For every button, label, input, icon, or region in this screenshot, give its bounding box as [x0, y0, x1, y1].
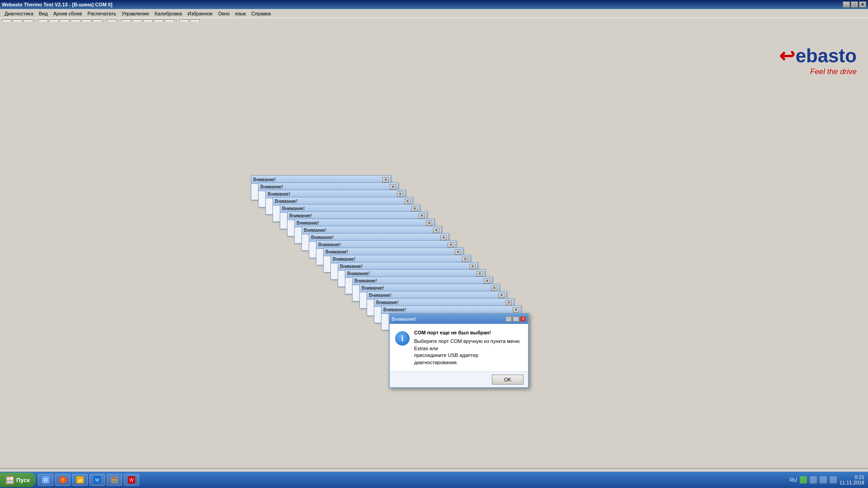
dialog-17-close[interactable]: ✕ — [498, 293, 505, 298]
dialog-3-close[interactable]: ✕ — [397, 192, 403, 197]
menu-favorites[interactable]: Избранное — [185, 10, 216, 17]
dialog-18-close[interactable]: ✕ — [505, 300, 512, 305]
menu-print[interactable]: Распечатать — [85, 10, 118, 17]
start-button[interactable]: 🪟 Пуск — [0, 473, 35, 487]
dialog-12-close[interactable]: ✕ — [462, 257, 468, 262]
taskbar-icon-windows: W — [42, 476, 49, 483]
dialog-2-title: Внимание! — [260, 184, 283, 189]
dialog-5-close[interactable]: ✕ — [411, 206, 418, 211]
taskbar-icon-yandex: Y — [59, 476, 66, 483]
taskbar-icon-word: W — [94, 476, 101, 483]
dialog-8-title: Внимание! — [304, 228, 326, 233]
dialog-18-title: Внимание! — [376, 300, 399, 305]
taskbar-system-tray: RU 0:21 11.11.2018 — [786, 474, 868, 485]
tray-icon-volume — [820, 476, 827, 483]
webasto-brand-text: ↩ ebasto — [779, 47, 857, 66]
dialog-7-title: Внимание! — [297, 221, 319, 225]
main-dialog-footer: OK — [390, 371, 528, 387]
dialog-13-close[interactable]: ✕ — [469, 264, 476, 269]
taskbar-app-webasto[interactable]: W — [124, 474, 139, 486]
dialog-19-title: Внимание! — [383, 307, 406, 312]
main-content: ↩ ebasto Feel the drive Внимание! ✕ Вним… — [0, 22, 868, 478]
dialog-4-close[interactable]: ✕ — [404, 199, 410, 204]
title-bar: Webasto Thermo Test V2.13 - [В-шина] COM… — [0, 0, 868, 9]
info-icon: i — [395, 331, 410, 346]
main-dialog-maximize[interactable]: □ — [513, 316, 519, 322]
dialog-14-close[interactable]: ✕ — [476, 271, 483, 277]
dialog-1-title: Внимание! — [253, 177, 276, 182]
close-button[interactable]: ✕ — [859, 1, 866, 8]
dialog-10-close[interactable]: ✕ — [448, 242, 454, 248]
webasto-brand-name: ebasto — [796, 47, 857, 66]
tray-icon-nvidia — [800, 476, 807, 483]
menu-view[interactable]: Вид — [36, 10, 51, 17]
menu-bar: Диагностика Вид Архив сбоев Распечатать … — [0, 9, 868, 18]
dialog-11-title: Внимание! — [326, 249, 348, 254]
taskbar-icon-calc: 🧮 — [111, 476, 118, 483]
dialog-9-close[interactable]: ✕ — [440, 235, 447, 240]
tray-icon-battery — [830, 476, 837, 483]
menu-diagnostics[interactable]: Диагностика — [2, 10, 36, 17]
dialog-7-close[interactable]: ✕ — [426, 221, 432, 226]
dialog-6-title: Внимание! — [289, 213, 312, 218]
dialog-17-title: Внимание! — [369, 293, 392, 298]
menu-error-archive[interactable]: Архив сбоев — [51, 10, 85, 17]
taskbar-app-windows[interactable]: W — [38, 474, 53, 486]
dialog-2-close[interactable]: ✕ — [390, 184, 396, 190]
clock-date: 11.11.2018 — [840, 480, 864, 485]
taskbar-app-files[interactable]: 📁 — [72, 474, 88, 486]
dialog-9-title: Внимание! — [311, 235, 334, 240]
dialog-15-title: Внимание! — [354, 278, 377, 283]
language-indicator: RU — [790, 477, 797, 483]
webasto-arrow-icon: ↩ — [779, 47, 795, 66]
dialog-8-close[interactable]: ✕ — [433, 228, 439, 233]
main-dialog-title: Внимание! — [392, 316, 416, 322]
dialog-6-close[interactable]: ✕ — [419, 213, 425, 219]
main-dialog-minimize[interactable]: _ — [505, 316, 512, 322]
menu-language[interactable]: язык — [232, 10, 249, 17]
dialog-19-close[interactable]: ✕ — [513, 307, 519, 313]
dialog-14-title: Внимание! — [347, 271, 370, 276]
dialog-13-title: Внимание! — [340, 264, 363, 269]
start-label: Пуск — [16, 477, 30, 483]
dialog-message-line2: Выберите порт COM вручную из пункта меню… — [414, 338, 523, 352]
taskbar-icon-webasto: W — [128, 476, 135, 483]
main-dialog-titlebar: Внимание! _ □ ✕ — [390, 314, 528, 324]
dialog-16-close[interactable]: ✕ — [491, 286, 497, 291]
title-bar-text: Webasto Thermo Test V2.13 - [В-шина] COM… — [2, 2, 113, 7]
ok-button[interactable]: OK — [492, 375, 524, 385]
dialog-message-line1: COM порт еще не был выбран! — [414, 329, 523, 336]
dialog-15-close[interactable]: ✕ — [484, 278, 490, 284]
tray-icon-network — [810, 476, 817, 483]
main-alert-dialog: Внимание! _ □ ✕ i COM порт еще не был вы… — [389, 313, 529, 388]
system-clock: 0:21 11.11.2018 — [840, 474, 864, 485]
clock-time: 0:21 — [840, 474, 864, 480]
dialog-5-title: Внимание! — [282, 206, 305, 211]
title-bar-controls: _ □ ✕ — [843, 1, 866, 8]
dialog-4-title: Внимание! — [275, 199, 297, 204]
dialog-message-line3: присоедините USB адаптер диагностировани… — [414, 352, 523, 366]
main-dialog-close[interactable]: ✕ — [520, 316, 526, 322]
main-dialog-body: i COM порт еще не был выбран! Выберите п… — [390, 324, 528, 371]
taskbar-app-calc[interactable]: 🧮 — [107, 474, 122, 486]
dialog-16-title: Внимание! — [362, 286, 384, 291]
dialog-11-close[interactable]: ✕ — [455, 249, 461, 255]
dialog-1-close[interactable]: ✕ — [382, 177, 389, 183]
dialog-12-title: Внимание! — [333, 257, 355, 262]
start-icon: 🪟 — [5, 476, 14, 484]
menu-control[interactable]: Управление — [119, 10, 152, 17]
minimize-button[interactable]: _ — [843, 1, 850, 8]
menu-help[interactable]: Справка — [249, 10, 274, 17]
menu-calibration[interactable]: Калибровка — [152, 10, 185, 17]
maximize-button[interactable]: □ — [851, 1, 858, 8]
dialog-3-title: Внимание! — [268, 192, 290, 197]
windows-taskbar: 🪟 Пуск W Y 📁 W 🧮 W RU 0:21 11.11.2018 — [0, 472, 868, 488]
main-dialog-message: COM порт еще не был выбран! Выберите пор… — [414, 329, 523, 366]
webasto-logo: ↩ ebasto Feel the drive — [779, 47, 857, 76]
menu-window[interactable]: Окно — [215, 10, 232, 17]
taskbar-icon-files: 📁 — [76, 476, 84, 483]
taskbar-app-yandex[interactable]: Y — [55, 474, 71, 486]
webasto-tagline: Feel the drive — [779, 67, 857, 76]
taskbar-app-word[interactable]: W — [90, 474, 105, 486]
dialog-10-title: Внимание! — [318, 242, 341, 247]
